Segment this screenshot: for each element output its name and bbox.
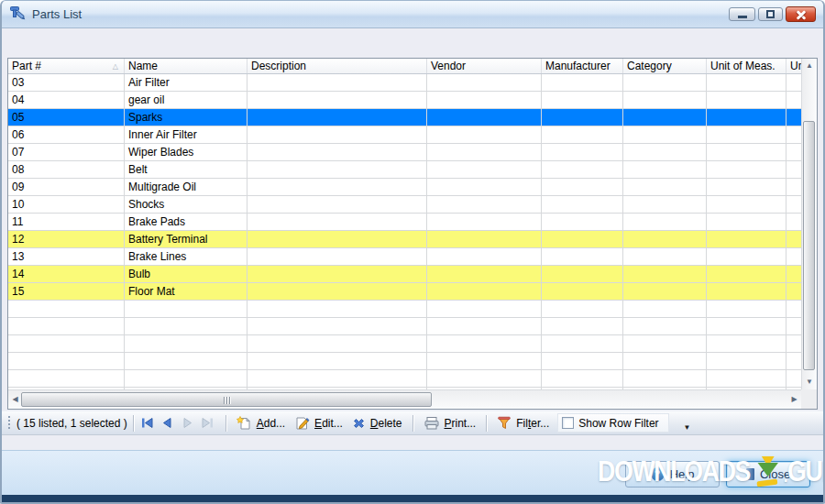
table-cell[interactable] (623, 144, 707, 160)
table-cell[interactable] (707, 196, 786, 213)
table-cell[interactable] (542, 335, 623, 352)
table-row[interactable] (8, 335, 801, 353)
scroll-right-icon[interactable]: ▶ (787, 390, 801, 409)
table-cell[interactable] (125, 318, 248, 334)
table-row[interactable]: 13Brake Lines (8, 248, 801, 266)
add-button[interactable]: Add... (232, 414, 290, 433)
maximize-button[interactable] (758, 7, 783, 21)
table-cell[interactable] (786, 92, 801, 108)
table-cell[interactable]: 15 (8, 283, 125, 300)
last-record-button[interactable] (200, 415, 220, 431)
table-cell[interactable]: 11 (8, 214, 125, 230)
table-cell[interactable] (786, 318, 801, 334)
table-cell[interactable] (707, 126, 786, 143)
table-cell[interactable] (786, 283, 801, 300)
table-cell[interactable] (542, 318, 623, 334)
table-cell[interactable] (707, 109, 786, 126)
table-cell[interactable] (427, 370, 542, 387)
table-cell[interactable] (542, 248, 623, 265)
titlebar[interactable]: Parts List (2, 1, 823, 28)
table-cell[interactable]: Belt (125, 161, 248, 178)
table-cell[interactable] (707, 266, 786, 282)
table-cell[interactable] (623, 161, 707, 178)
table-cell[interactable] (248, 109, 427, 126)
table-cell[interactable] (427, 231, 542, 247)
table-row[interactable]: 09Multigrade Oil (8, 179, 801, 196)
table-cell[interactable] (786, 370, 801, 387)
table-cell[interactable] (542, 126, 623, 143)
close-button[interactable]: Close (726, 461, 810, 488)
help-button[interactable]: ? Help (625, 461, 720, 488)
table-row[interactable]: 03Air Filter (8, 74, 801, 92)
table-cell[interactable] (8, 318, 125, 334)
table-cell[interactable] (248, 231, 427, 247)
first-record-button[interactable] (139, 415, 160, 431)
table-cell[interactable] (786, 353, 801, 369)
table-cell[interactable] (427, 318, 542, 334)
table-cell[interactable] (786, 214, 801, 230)
table-cell[interactable] (427, 301, 542, 317)
table-row[interactable]: 10Shocks (8, 196, 801, 214)
filter-button[interactable]: Filter... (492, 414, 554, 432)
table-cell[interactable] (542, 301, 623, 317)
column-header[interactable]: Manufacturer (542, 59, 623, 73)
table-cell[interactable] (786, 231, 801, 247)
table-cell[interactable] (248, 144, 427, 160)
column-header[interactable]: Category (623, 59, 707, 73)
table-cell[interactable] (542, 196, 623, 213)
table-cell[interactable] (623, 335, 707, 352)
table-cell[interactable] (707, 318, 786, 334)
table-cell[interactable] (248, 335, 427, 352)
table-cell[interactable] (8, 353, 125, 369)
table-cell[interactable] (427, 283, 542, 300)
table-cell[interactable]: 07 (8, 144, 125, 160)
table-cell[interactable] (248, 214, 427, 230)
table-cell[interactable] (542, 74, 623, 91)
table-cell[interactable] (542, 370, 623, 387)
table-cell[interactable] (427, 161, 542, 178)
table-cell[interactable] (707, 301, 786, 317)
table-row[interactable]: 05Sparks (8, 109, 801, 126)
table-cell[interactable]: Brake Pads (125, 214, 248, 230)
table-cell[interactable] (542, 283, 623, 300)
table-cell[interactable] (427, 214, 542, 230)
table-cell[interactable]: Shocks (125, 196, 248, 213)
table-cell[interactable] (707, 353, 786, 369)
table-cell[interactable] (623, 109, 707, 126)
table-cell[interactable] (707, 179, 786, 195)
table-row[interactable]: 15Floor Mat (8, 283, 801, 301)
table-cell[interactable] (623, 283, 707, 300)
table-cell[interactable] (623, 318, 707, 334)
table-cell[interactable] (427, 92, 542, 108)
toolbar-overflow-icon[interactable]: ▼ (684, 423, 691, 434)
table-cell[interactable] (707, 214, 786, 230)
table-row[interactable]: 12Battery Terminal (8, 231, 801, 248)
table-cell[interactable] (248, 248, 427, 265)
table-cell[interactable] (623, 214, 707, 230)
table-cell[interactable] (8, 335, 125, 352)
table-row[interactable]: 06Inner Air Filter (8, 126, 801, 144)
previous-record-button[interactable] (160, 415, 180, 431)
table-cell[interactable] (248, 126, 427, 143)
table-cell[interactable] (707, 144, 786, 160)
table-cell[interactable] (427, 196, 542, 213)
table-cell[interactable]: Multigrade Oil (125, 179, 248, 195)
table-cell[interactable] (542, 231, 623, 247)
table-cell[interactable] (542, 92, 623, 108)
table-cell[interactable]: Bulb (125, 266, 248, 282)
table-cell[interactable] (786, 109, 801, 126)
delete-button[interactable]: Delete (347, 415, 407, 432)
horizontal-scroll-thumb[interactable] (21, 392, 432, 407)
vertical-scroll-thumb[interactable] (803, 121, 815, 370)
minimize-button[interactable] (729, 7, 755, 21)
table-cell[interactable] (248, 179, 427, 195)
close-window-button[interactable] (786, 6, 816, 22)
table-cell[interactable] (707, 161, 786, 178)
table-cell[interactable] (542, 214, 623, 230)
table-cell[interactable] (542, 353, 623, 369)
table-row[interactable]: 08Belt (8, 161, 801, 179)
column-header[interactable]: Description (248, 59, 427, 73)
table-cell[interactable] (248, 196, 427, 213)
table-cell[interactable] (786, 161, 801, 178)
table-cell[interactable] (542, 266, 623, 282)
